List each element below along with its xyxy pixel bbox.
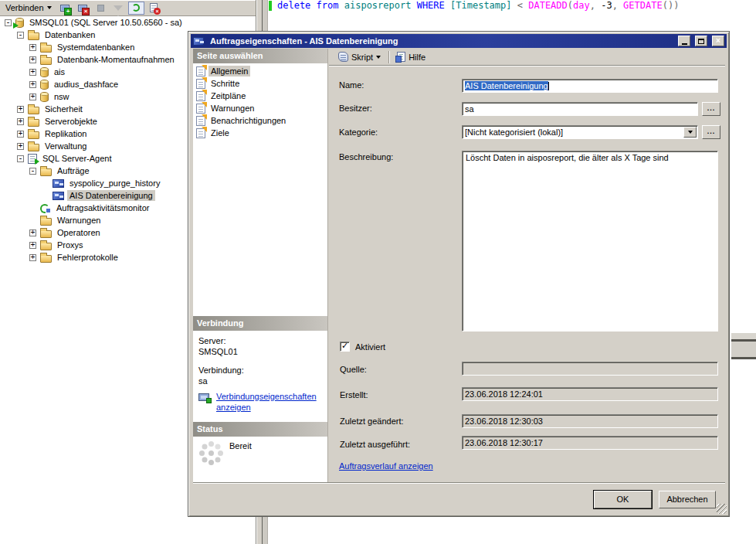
category-dropdown-button[interactable] — [683, 127, 697, 138]
tree-item-label: SMSQL01 (SQL Server 10.50.6560 - sa) — [27, 17, 185, 28]
source-label: Quelle: — [340, 365, 367, 374]
connection-label: Verbindung: — [198, 366, 244, 375]
dialog-title-bar[interactable]: Auftragseigenschaften - AIS Datenbereini… — [191, 34, 727, 48]
stop-icon — [97, 5, 104, 12]
page-item-benachrichtigungen[interactable]: Benachrichtigungen — [193, 114, 327, 127]
created-field: 23.06.2018 12:24:01 — [462, 387, 718, 401]
ok-button[interactable]: OK — [594, 491, 652, 508]
expand-icon[interactable]: + — [17, 143, 24, 150]
expand-icon[interactable]: + — [29, 94, 36, 100]
refresh-button[interactable] — [128, 2, 144, 15]
sql-token — [339, 0, 344, 11]
description-textarea[interactable]: Löscht Daten in aisposreport, die älter … — [462, 151, 718, 332]
page-icon — [196, 79, 205, 89]
page-item-label: Ziele — [208, 128, 232, 138]
editor-change-bar — [269, 1, 272, 11]
folder-icon — [28, 32, 39, 40]
tree-item-smsql01-sql-server-10-50-6560-sa[interactable]: -SMSQL01 (SQL Server 10.50.6560 - sa) — [0, 16, 256, 29]
sql-token: day — [573, 0, 590, 11]
owner-field[interactable]: sa — [462, 102, 698, 116]
name-field[interactable]: AIS Datenbereinigung — [462, 79, 718, 93]
expand-icon[interactable]: + — [29, 56, 36, 63]
tree-item-label: Auftragsaktivitätsmonitor — [54, 202, 151, 213]
collapse-icon[interactable]: - — [17, 32, 24, 39]
tree-item-label: Warnungen — [55, 215, 103, 226]
expand-icon[interactable]: + — [29, 81, 36, 88]
expand-icon[interactable]: + — [17, 118, 24, 125]
sql-token: ( — [568, 0, 573, 11]
folder-icon — [40, 243, 52, 250]
script-button[interactable]: Skript — [336, 51, 383, 63]
expand-icon[interactable]: + — [17, 106, 24, 113]
monitor-icon — [40, 203, 51, 213]
modified-label: Zuletzt geändert: — [340, 416, 404, 426]
folder-icon — [40, 168, 52, 176]
sql-token: [Timestamp] — [450, 0, 511, 11]
page-item-label: Schritte — [208, 78, 242, 89]
connect-button[interactable] — [57, 2, 73, 15]
disconnect-button[interactable] — [75, 2, 91, 15]
owner-browse-button[interactable]: ... — [702, 102, 720, 116]
expand-icon[interactable]: + — [29, 69, 36, 76]
script-error-icon — [150, 3, 158, 12]
sql-token: < — [517, 0, 523, 11]
page-item-schritte[interactable]: Schritte — [193, 77, 327, 90]
ssms-screen: Verbinden -SMSQL01 (SQL Server 10.50.656… — [0, 0, 756, 544]
folder-icon — [40, 255, 52, 263]
help-button-label: Hilfe — [409, 53, 425, 62]
connection-section-header: Verbindung — [193, 316, 327, 331]
page-list[interactable]: AllgemeinSchritteZeitpläneWarnungenBenac… — [193, 65, 327, 139]
page-item-allgemein[interactable]: Allgemein — [193, 65, 327, 77]
tree-item-label: AIS Datenbereinigung — [67, 190, 155, 201]
category-select[interactable]: [Nicht kategorisiert (lokal)] — [462, 125, 698, 139]
sql-token: ()) — [663, 0, 680, 11]
resize-grip[interactable] — [717, 504, 727, 514]
collapse-icon[interactable]: - — [17, 155, 24, 162]
expand-icon[interactable]: + — [29, 230, 36, 236]
close-icon: × — [716, 36, 720, 46]
job-icon — [53, 179, 64, 188]
dialog-title: Auftragseigenschaften - AIS Datenbereini… — [210, 36, 673, 46]
maximize-button[interactable] — [695, 36, 707, 46]
sql-token: delete — [277, 0, 310, 11]
tree-item-label: Datenbank-Momentaufnahmen — [55, 54, 177, 65]
expand-icon[interactable]: + — [29, 242, 36, 249]
page-icon — [196, 116, 205, 126]
executed-field: 23.06.2018 12:30:17 — [462, 436, 718, 450]
connection-properties-link[interactable]: Verbindungseigenschaften anzeigen — [216, 391, 324, 413]
minimize-button[interactable] — [678, 36, 690, 46]
collapse-icon[interactable]: - — [29, 168, 36, 175]
tree-item-label: Fehlerprotokolle — [55, 252, 120, 263]
page-item-warnungen[interactable]: Warnungen — [193, 102, 327, 114]
category-label: Kategorie: — [339, 128, 378, 137]
category-browse-button[interactable]: ... — [702, 125, 720, 139]
tree-item-label: Systemdatenbanken — [55, 42, 137, 53]
dialog-toolbar: Skript Hilfe — [329, 49, 725, 66]
connection-value: sa — [198, 376, 208, 386]
server-label: Server: — [198, 336, 225, 345]
page-select-pane: Seite auswählen AllgemeinSchritteZeitplä… — [193, 49, 328, 482]
job-icon — [53, 192, 64, 200]
job-history-link[interactable]: Auftragsverlauf anzeigen — [339, 461, 433, 471]
connect-dropdown-button[interactable]: Verbinden — [2, 2, 55, 14]
expand-icon[interactable]: + — [29, 44, 36, 51]
cancel-button[interactable]: Abbrechen — [659, 491, 716, 508]
category-selected-value: [Nicht kategorisiert (lokal)] — [465, 128, 563, 137]
page-icon — [196, 91, 205, 101]
expand-icon[interactable]: + — [29, 254, 36, 261]
script-error-button[interactable] — [146, 2, 162, 15]
sql-token: , — [612, 0, 618, 11]
page-item-ziele[interactable]: Ziele — [193, 127, 327, 139]
expand-icon[interactable]: + — [17, 131, 24, 138]
status-value: Bereit — [229, 441, 252, 450]
close-button[interactable]: × — [712, 36, 724, 46]
db-icon — [40, 67, 49, 77]
page-item-zeitpläne[interactable]: Zeitpläne — [193, 90, 327, 102]
filter-icon — [114, 5, 123, 11]
connection-properties-icon — [198, 393, 209, 401]
db-icon — [40, 92, 49, 102]
enabled-checkbox[interactable] — [340, 342, 350, 352]
tree-item-label: Proxys — [55, 240, 86, 250]
collapse-icon[interactable]: - — [5, 19, 12, 26]
help-button[interactable]: Hilfe — [395, 51, 428, 63]
